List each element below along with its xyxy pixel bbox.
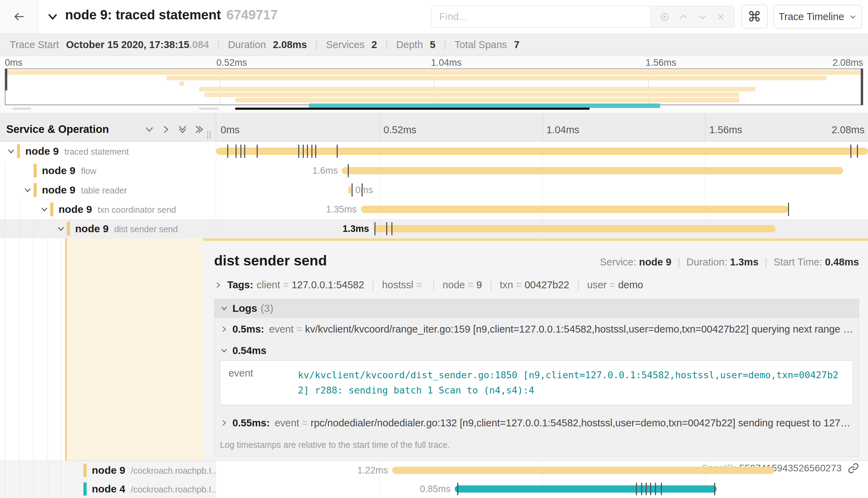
prev-match-icon[interactable]	[678, 12, 689, 22]
service-name: node 4	[92, 483, 125, 495]
trace-summary-bar: Trace Start October 15 2020, 17:38:15.08…	[0, 34, 868, 56]
span-duration-bar[interactable]	[216, 148, 868, 155]
minimap-span-bar	[199, 87, 755, 91]
span-duration-bar[interactable]	[348, 187, 351, 194]
tree-depth-guide	[34, 461, 34, 480]
timeline-gridline	[542, 180, 542, 200]
span-row[interactable]: node 4/cockroach.roachpb.I...0.85ms	[0, 480, 868, 498]
span-duration-bar[interactable]	[361, 206, 789, 213]
view-selector-button[interactable]: Trace Timeline	[773, 5, 862, 28]
minimap-tick-label: 2.08ms	[832, 57, 863, 68]
minimap-canvas[interactable]	[5, 69, 863, 105]
ruler-tick-line	[379, 113, 380, 141]
span-bar-cell[interactable]: 1.35ms	[216, 200, 868, 219]
summary-divider: |	[217, 39, 220, 50]
span-duration-bar[interactable]	[392, 467, 774, 474]
summary-divider: |	[386, 39, 388, 50]
chevron-down-icon	[849, 13, 857, 20]
minimap-scrollbar[interactable]	[235, 108, 590, 110]
span-row[interactable]: node 9/cockroach.roachpb.I...1.22ms	[0, 461, 868, 480]
tag-key: user	[587, 279, 606, 291]
expand-one-icon[interactable]	[160, 124, 171, 135]
minimap-drag-handle-right[interactable]	[861, 69, 863, 105]
tree-depth-guide	[5, 461, 5, 480]
log-marker-tick	[655, 483, 656, 495]
span-duration-bar[interactable]	[342, 167, 843, 174]
minimap-drag-handle-left[interactable]	[5, 69, 7, 90]
log-row-expanded: 0.54mseventkv/kvclient/kvcoord/dist_send…	[214, 341, 859, 411]
tags-row[interactable]: Tags:client=127.0.0.1:54582|hostssl=|nod…	[214, 279, 859, 291]
span-row-name-cell[interactable]: node 4/cockroach.roachpb.I...	[0, 480, 216, 498]
log-field-equals: =	[302, 417, 308, 429]
span-row-name-cell[interactable]: node 9traced statement	[0, 142, 216, 161]
span-row-name-cell[interactable]: node 9flow	[0, 161, 216, 180]
span-name: node 9flow	[42, 165, 96, 176]
summary-item-value: 7	[514, 39, 520, 50]
trace-title-collapse-toggle[interactable]	[46, 10, 61, 24]
find-input[interactable]	[431, 6, 650, 28]
log-field-table: eventkv/kvclient/kvcoord/dist_sender.go:…	[220, 360, 853, 405]
span-bar-cell[interactable]: 1.3ms	[216, 219, 868, 238]
tag-key: txn	[500, 279, 513, 291]
span-row[interactable]: node 9txn coordinator send1.35ms	[0, 200, 868, 219]
log-row-expanded-header[interactable]: 0.54ms	[214, 341, 859, 360]
span-row[interactable]: node 9flow1.6ms	[0, 161, 868, 180]
log-marker-tick	[307, 145, 308, 158]
log-row[interactable]: 0.55ms:event=rpc/nodedialer/nodedialer.g…	[214, 411, 859, 434]
span-bar-cell[interactable]	[216, 142, 868, 161]
tree-depth-guide	[19, 219, 20, 238]
log-marker-tick	[714, 483, 715, 495]
clear-search-icon[interactable]	[716, 12, 726, 22]
tree-depth-guide	[48, 480, 49, 498]
span-row[interactable]: node 9dist sender send1.3ms	[0, 219, 868, 238]
span-row-name-cell[interactable]: node 9table reader	[0, 180, 216, 200]
tag-value: demo	[618, 279, 643, 291]
span-collapse-chevron-icon[interactable]	[40, 205, 49, 214]
minimap-scroll-stub	[12, 108, 30, 110]
keyboard-shortcuts-button[interactable]: ⌘	[741, 5, 768, 28]
logs-header[interactable]: Logs (3)	[214, 299, 859, 318]
span-bar-cell[interactable]: 1.22ms	[216, 461, 868, 480]
summary-item-value: 2	[371, 39, 377, 50]
trace-id: 6749717	[227, 8, 278, 22]
span-collapse-chevron-icon[interactable]	[56, 224, 65, 233]
minimap-span-bar	[179, 81, 184, 86]
log-field-equals: =	[296, 324, 302, 335]
log-marker-tick	[391, 222, 392, 235]
minimap-tick-label: 1.56ms	[646, 57, 676, 68]
summary-item: Total Spans 7	[454, 39, 520, 51]
span-bar-cell[interactable]: 0.85ms	[216, 480, 868, 498]
log-row[interactable]: 0.5ms:event=kv/kvclient/kvcoord/range_it…	[214, 318, 859, 341]
column-resizer-handle[interactable]	[207, 131, 213, 139]
summary-item-value: 2.08ms	[273, 39, 307, 50]
service-name: node 9	[59, 203, 92, 215]
span-collapse-chevron-icon[interactable]	[23, 185, 32, 194]
span-collapse-chevron-icon[interactable]	[7, 147, 16, 156]
next-match-icon[interactable]	[697, 12, 708, 22]
span-row-name-cell[interactable]: node 9/cockroach.roachpb.I...	[0, 461, 216, 480]
back-button[interactable]	[0, 0, 38, 33]
meta-value: 1.3ms	[730, 256, 759, 268]
span-row[interactable]: node 9traced statement	[0, 142, 868, 161]
collapse-one-icon[interactable]	[144, 124, 155, 135]
span-duration-bar[interactable]	[373, 225, 776, 233]
span-duration-bar[interactable]	[455, 486, 717, 493]
span-name: node 9/cockroach.roachpb.I...	[92, 464, 216, 476]
tree-depth-guide	[19, 480, 20, 498]
match-case-icon[interactable]	[659, 12, 670, 22]
span-row-name-cell[interactable]: node 9txn coordinator send	[0, 200, 216, 219]
collapse-all-icon[interactable]	[177, 124, 188, 135]
expand-all-icon[interactable]	[194, 124, 205, 135]
span-bar-cell[interactable]: 1.6ms	[216, 161, 868, 180]
span-row-name-cell[interactable]: node 9dist sender send	[0, 219, 216, 238]
span-bar-cell[interactable]: 0ms	[216, 180, 868, 200]
summary-item-label: Trace Start	[10, 39, 62, 50]
tree-depth-guide	[33, 238, 34, 461]
span-detail-panel: dist sender send Service: node 9|Duratio…	[203, 238, 868, 461]
tag-key: client	[257, 279, 280, 291]
service-operation-title: Service & Operation	[6, 123, 109, 136]
tag-equals: =	[609, 279, 615, 291]
tag-key: hostssl	[382, 279, 413, 291]
minimap-span-bar	[204, 92, 739, 97]
span-row[interactable]: node 9table reader0ms	[0, 180, 868, 200]
